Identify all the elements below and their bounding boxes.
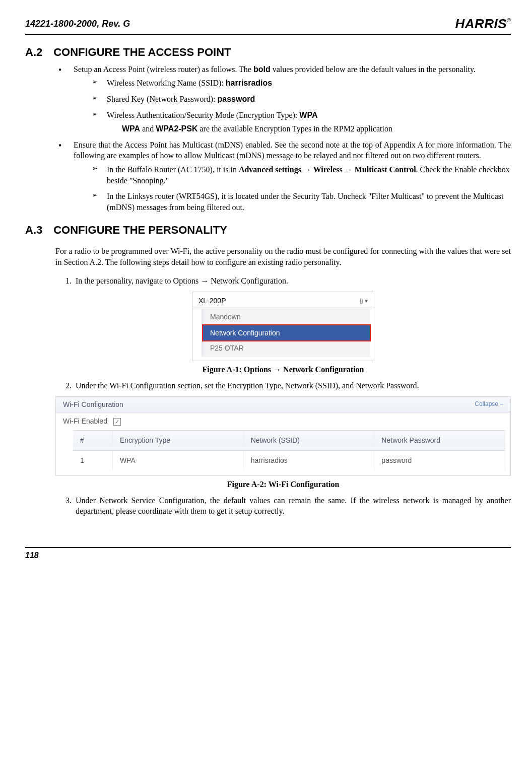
wifi-enabled-label: Wi-Fi Enabled (63, 417, 107, 425)
figure-a1-screenshot: XL-200P ▯ ▾ Mandown Network Configuratio… (192, 292, 374, 362)
page-footer: 118 (25, 547, 511, 561)
step-3: Under Network Service Configuration, the… (74, 495, 511, 517)
a3-intro-paragraph: For a radio to be programmed over Wi-Fi,… (55, 246, 511, 267)
section-title: CONFIGURE THE PERSONALITY (53, 224, 227, 236)
step-1: In the personality, navigate to Options … (74, 275, 511, 287)
arrow-auth-mode: Wireless Authentication/Security Mode (E… (92, 110, 511, 134)
figure-a1-caption: Figure A-1: Options → Network Configurat… (55, 364, 511, 375)
bullet-multicast: Ensure that the Access Point has Multica… (55, 140, 511, 213)
panel-header[interactable]: Wi-Fi Configuration Collapse – (56, 397, 510, 413)
text: WPA2-PSK (156, 124, 197, 133)
tree-item-mandown[interactable]: Mandown (203, 309, 370, 325)
step-2: Under the Wi-Fi Configuration section, s… (74, 380, 511, 391)
text: In the Buffalo Router (AC 1750), it is i… (107, 165, 239, 174)
section-number: A.3 (25, 223, 50, 238)
arrow-buffalo-router: In the Buffalo Router (AC 1750), it is i… (92, 164, 511, 186)
wifi-config-table: # Encryption Type Network (SSID) Network… (73, 430, 505, 470)
figure-a2-screenshot: Wi-Fi Configuration Collapse – Wi-Fi Ena… (55, 396, 511, 476)
wifi-enabled-row: Wi-Fi Enabled ✓ (56, 412, 510, 430)
cell-network-password[interactable]: password (374, 451, 505, 470)
section-title: CONFIGURE THE ACCESS POINT (53, 46, 231, 58)
col-encryption-type: Encryption Type (113, 431, 244, 451)
text: values provided below are the default va… (271, 65, 476, 74)
col-number: # (73, 431, 113, 451)
options-tree: Mandown Network Configuration P25 OTAR (202, 309, 370, 357)
collapse-button[interactable]: Collapse – (475, 400, 503, 409)
device-tab[interactable]: XL-200P ▯ ▾ (192, 292, 374, 309)
section-number: A.2 (25, 45, 50, 60)
col-network-ssid: Network (SSID) (244, 431, 375, 451)
document-id: 14221-1800-2000, Rev. G (25, 18, 130, 30)
text: Ensure that the Access Point has Multica… (74, 141, 511, 160)
tree-item-network-configuration[interactable]: Network Configuration (202, 324, 371, 342)
cell-number: 1 (73, 451, 113, 470)
value: WPA (299, 111, 317, 119)
bullet-setup-ap: Setup an Access Point (wireless router) … (55, 64, 511, 134)
text: and (140, 124, 156, 133)
bold-word: bold (253, 65, 271, 74)
arrow-ssid: Wireless Networking Name (SSID): harrisr… (92, 78, 511, 89)
device-name: XL-200P (198, 296, 226, 306)
arrow-shared-key: Shared Key (Network Password): password (92, 94, 511, 105)
figure-a2-caption: Figure A-2: Wi-Fi Configuration (55, 479, 511, 490)
text: Setup an Access Point (wireless router) … (74, 65, 253, 74)
brand-logo: HARRIS (455, 15, 511, 33)
tree-item-p25-otar[interactable]: P25 OTAR (203, 340, 370, 357)
path: Advanced settings → Wireless → Multicast… (239, 165, 416, 174)
value: password (218, 95, 255, 103)
panel-title: Wi-Fi Configuration (63, 400, 123, 409)
label: Wireless Authentication/Security Mode (E… (107, 111, 299, 119)
arrow-linksys-router: In the Linksys router (WRT54GS), it is l… (92, 191, 511, 213)
table-header-row: # Encryption Type Network (SSID) Network… (73, 431, 505, 451)
tab-icons: ▯ ▾ (360, 297, 368, 305)
wifi-enabled-checkbox[interactable]: ✓ (113, 418, 121, 426)
value: harrisradios (226, 79, 272, 87)
page-header: 14221-1800-2000, Rev. G HARRIS (25, 15, 511, 35)
label: Wireless Networking Name (SSID): (107, 79, 226, 87)
cell-network-ssid[interactable]: harrisradios (244, 451, 375, 470)
col-network-password: Network Password (374, 431, 505, 451)
section-a3-heading: A.3 CONFIGURE THE PERSONALITY (25, 223, 511, 238)
text: WPA (122, 124, 140, 133)
cell-encryption-type[interactable]: WPA (113, 451, 244, 470)
label: Shared Key (Network Password): (107, 95, 218, 103)
table-row[interactable]: 1 WPA harrisradios password (73, 451, 505, 470)
section-a2-heading: A.2 CONFIGURE THE ACCESS POINT (25, 45, 511, 60)
encryption-types-note: WPA and WPA2-PSK are the available Encry… (122, 123, 511, 134)
page-number: 118 (25, 551, 39, 560)
text: are the available Encryption Types in th… (198, 124, 392, 133)
